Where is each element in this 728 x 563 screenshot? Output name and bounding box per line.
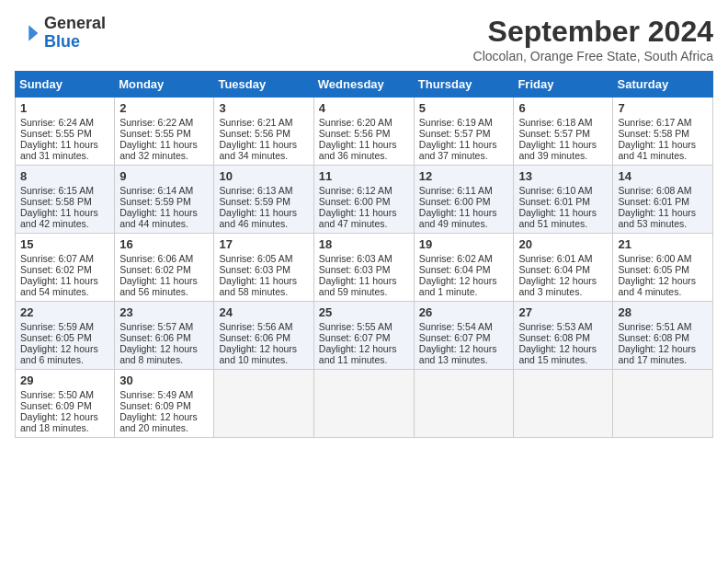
day-23: 23 Sunrise: 5:57 AMSunset: 6:06 PMDaylig… <box>115 302 214 370</box>
day-29: 29 Sunrise: 5:50 AMSunset: 6:09 PMDaylig… <box>16 370 115 438</box>
day-22: 22 Sunrise: 5:59 AMSunset: 6:05 PMDaylig… <box>16 302 115 370</box>
title-block: September 2024 Clocolan, Orange Free Sta… <box>473 15 713 63</box>
day-2: 2 Sunrise: 6:22 AMSunset: 5:55 PMDayligh… <box>115 98 214 166</box>
empty-cell-2 <box>313 370 414 438</box>
day-3: 3 Sunrise: 6:21 AMSunset: 5:56 PMDayligh… <box>214 98 313 166</box>
col-friday: Friday <box>514 72 613 98</box>
day-8: 8 Sunrise: 6:15 AMSunset: 5:58 PMDayligh… <box>16 166 115 234</box>
day-24: 24 Sunrise: 5:56 AMSunset: 6:06 PMDaylig… <box>214 302 313 370</box>
day-6: 6 Sunrise: 6:18 AMSunset: 5:57 PMDayligh… <box>514 98 613 166</box>
empty-cell-4 <box>514 370 613 438</box>
col-thursday: Thursday <box>414 72 514 98</box>
day-5: 5 Sunrise: 6:19 AMSunset: 5:57 PMDayligh… <box>414 98 514 166</box>
col-monday: Monday <box>115 72 214 98</box>
logo-general-text: General <box>44 14 106 32</box>
day-18: 18 Sunrise: 6:03 AMSunset: 6:03 PMDaylig… <box>313 234 414 302</box>
day-10: 10 Sunrise: 6:13 AMSunset: 5:59 PMDaylig… <box>214 166 313 234</box>
empty-cell-3 <box>414 370 514 438</box>
col-sunday: Sunday <box>16 72 115 98</box>
empty-cell-5 <box>613 370 713 438</box>
day-9: 9 Sunrise: 6:14 AMSunset: 5:59 PMDayligh… <box>115 166 214 234</box>
calendar-row-2: 8 Sunrise: 6:15 AMSunset: 5:58 PMDayligh… <box>16 166 713 234</box>
svg-marker-1 <box>28 25 38 40</box>
day-15: 15 Sunrise: 6:07 AMSunset: 6:02 PMDaylig… <box>16 234 115 302</box>
day-16: 16 Sunrise: 6:06 AMSunset: 6:02 PMDaylig… <box>115 234 214 302</box>
logo: General Blue <box>15 15 106 52</box>
day-12: 12 Sunrise: 6:11 AMSunset: 6:00 PMDaylig… <box>414 166 514 234</box>
calendar-row-5: 29 Sunrise: 5:50 AMSunset: 6:09 PMDaylig… <box>16 370 713 438</box>
empty-cell-1 <box>214 370 313 438</box>
day-20: 20 Sunrise: 6:01 AMSunset: 6:04 PMDaylig… <box>514 234 613 302</box>
day-11: 11 Sunrise: 6:12 AMSunset: 6:00 PMDaylig… <box>313 166 414 234</box>
day-27: 27 Sunrise: 5:53 AMSunset: 6:08 PMDaylig… <box>514 302 613 370</box>
day-30: 30 Sunrise: 5:49 AMSunset: 6:09 PMDaylig… <box>115 370 214 438</box>
month-title: September 2024 <box>473 15 713 49</box>
location: Clocolan, Orange Free State, South Afric… <box>473 49 713 63</box>
day-4: 4 Sunrise: 6:20 AMSunset: 5:56 PMDayligh… <box>313 98 414 166</box>
day-21: 21 Sunrise: 6:00 AMSunset: 6:05 PMDaylig… <box>613 234 713 302</box>
day-13: 13 Sunrise: 6:10 AMSunset: 6:01 PMDaylig… <box>514 166 613 234</box>
calendar-row-3: 15 Sunrise: 6:07 AMSunset: 6:02 PMDaylig… <box>16 234 713 302</box>
calendar-table: Sunday Monday Tuesday Wednesday Thursday… <box>15 71 713 438</box>
page-header: General Blue September 2024 Clocolan, Or… <box>15 15 713 63</box>
calendar-row-1: 1 Sunrise: 6:24 AMSunset: 5:55 PMDayligh… <box>16 98 713 166</box>
day-7: 7 Sunrise: 6:17 AMSunset: 5:58 PMDayligh… <box>613 98 713 166</box>
day-19: 19 Sunrise: 6:02 AMSunset: 6:04 PMDaylig… <box>414 234 514 302</box>
calendar-row-4: 22 Sunrise: 5:59 AMSunset: 6:05 PMDaylig… <box>16 302 713 370</box>
col-wednesday: Wednesday <box>313 72 414 98</box>
logo-blue-text: Blue <box>44 32 80 51</box>
day-1: 1 Sunrise: 6:24 AMSunset: 5:55 PMDayligh… <box>16 98 115 166</box>
day-28: 28 Sunrise: 5:51 AMSunset: 6:08 PMDaylig… <box>613 302 713 370</box>
day-14: 14 Sunrise: 6:08 AMSunset: 6:01 PMDaylig… <box>613 166 713 234</box>
calendar-header-row: Sunday Monday Tuesday Wednesday Thursday… <box>16 72 713 98</box>
col-saturday: Saturday <box>613 72 713 98</box>
day-25: 25 Sunrise: 5:55 AMSunset: 6:07 PMDaylig… <box>313 302 414 370</box>
day-17: 17 Sunrise: 6:05 AMSunset: 6:03 PMDaylig… <box>214 234 313 302</box>
col-tuesday: Tuesday <box>214 72 313 98</box>
logo-icon <box>15 20 40 46</box>
day-26: 26 Sunrise: 5:54 AMSunset: 6:07 PMDaylig… <box>414 302 514 370</box>
